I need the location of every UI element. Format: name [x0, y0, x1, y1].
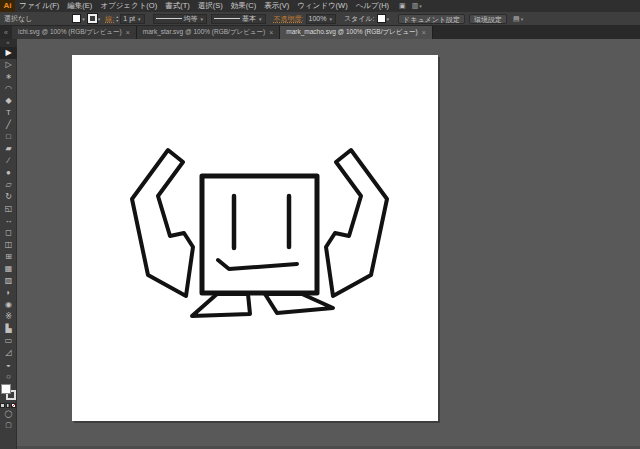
tool-blend[interactable]: ◉: [0, 299, 17, 311]
profile-caret-icon[interactable]: ▾: [201, 16, 204, 22]
control-extra-caret-icon[interactable]: ▾: [521, 16, 524, 22]
tool-gradient[interactable]: ▨: [0, 275, 17, 287]
tool-blob-brush[interactable]: ●: [0, 167, 17, 179]
tool-free-transform[interactable]: ◻: [0, 227, 17, 239]
tool-rotate[interactable]: ↻: [0, 191, 17, 203]
menu-edit[interactable]: 編集(E): [63, 0, 96, 12]
tab-mark-macho[interactable]: mark_macho.svg @ 100% (RGB/プレビュー) ×: [280, 26, 433, 39]
figure-left-arm: [132, 150, 193, 296]
menu-window[interactable]: ウィンドウ(W): [293, 0, 351, 12]
style-caret-icon[interactable]: ▾: [387, 16, 390, 22]
stepper-down-icon[interactable]: ▾: [116, 19, 118, 23]
opacity-dropdown[interactable]: 100% ▾: [306, 14, 336, 24]
brush-dropdown[interactable]: 基本 ▾: [211, 14, 266, 24]
tool-selection[interactable]: ▶: [0, 47, 17, 59]
stroke-panel-link[interactable]: 線:: [105, 14, 114, 24]
illustrator-window: Ai ファイル(F) 編集(E) オブジェクト(O) 書式(T) 選択(S) 効…: [0, 0, 640, 449]
drawing-mode-icon[interactable]: ◯: [0, 408, 17, 419]
brush-value: 基本: [242, 14, 256, 24]
menu-type[interactable]: 書式(T): [161, 0, 194, 12]
tool-lasso[interactable]: ◠: [0, 83, 17, 95]
brush-caret-icon[interactable]: ▾: [259, 16, 262, 22]
figure-mouth: [218, 260, 297, 269]
tab-title: ichi.svg @ 100% (RGB/プレビュー): [18, 28, 122, 37]
control-extra-icon[interactable]: ▤: [513, 13, 520, 25]
tool-eyedropper[interactable]: ◗: [0, 287, 17, 299]
preferences-button[interactable]: 環境設定: [469, 14, 507, 24]
fill-caret-icon[interactable]: ▾: [82, 16, 85, 22]
stroke-caret-icon[interactable]: ▾: [98, 16, 101, 22]
tool-line-segment[interactable]: ╱: [0, 119, 17, 131]
screen-mode-icon[interactable]: ▢: [0, 419, 17, 430]
figure-left-leg: [192, 294, 250, 316]
selection-status: 選択なし: [4, 14, 32, 24]
artboard[interactable]: [72, 55, 438, 421]
pasteboard[interactable]: [17, 39, 640, 449]
stroke-width-dropdown[interactable]: 1 pt ▾: [120, 14, 144, 24]
width-profile-dropdown[interactable]: 均等 ▾: [153, 14, 208, 24]
tool-paintbrush[interactable]: ▰: [0, 143, 17, 155]
fill-color-swatch[interactable]: [72, 14, 81, 23]
menu-file[interactable]: ファイル(F): [15, 0, 63, 12]
document-setup-button[interactable]: ドキュメント設定: [398, 14, 465, 24]
opacity-caret-icon[interactable]: ▾: [329, 16, 332, 22]
tab-overflow-icon[interactable]: «: [0, 26, 12, 39]
stroke-width-stepper[interactable]: ▴ ▾: [116, 15, 118, 22]
menu-select[interactable]: 選択(S): [194, 0, 227, 12]
tools-panel: « ▶▷∗◠◆T╱□▰∕●▱↻◱↔◻◫⊞▦▨◗◉※▙▭◿◒○ ◯ ▢: [0, 39, 17, 449]
opacity-panel-link[interactable]: 不透明度:: [274, 14, 304, 24]
tool-pencil[interactable]: ∕: [0, 155, 17, 167]
figure-right-arm: [326, 150, 387, 296]
toolbar-collapse-icon[interactable]: «: [0, 39, 16, 47]
tab-close-icon[interactable]: ×: [126, 29, 130, 36]
color-wells: [0, 384, 17, 402]
tool-scale[interactable]: ◱: [0, 203, 17, 215]
control-bar: 選択なし ▾ ▾ 線: ▴ ▾ 1 pt ▾ 均等 ▾ 基本 ▾ 不透明度: 1…: [0, 12, 640, 26]
color-button[interactable]: [0, 403, 5, 408]
opacity-value: 100%: [309, 15, 327, 22]
tool-mesh[interactable]: ▦: [0, 263, 17, 275]
tool-symbol-sprayer[interactable]: ※: [0, 311, 17, 323]
stroke-width-caret-icon[interactable]: ▾: [138, 16, 141, 22]
stroke-color-swatch[interactable]: [88, 14, 97, 23]
menu-object[interactable]: オブジェクト(O): [96, 0, 161, 12]
document-tab-bar: « ichi.svg @ 100% (RGB/プレビュー) × mark_sta…: [0, 26, 640, 39]
fill-well[interactable]: [1, 384, 11, 394]
tool-hand[interactable]: ◒: [0, 359, 17, 371]
tab-close-icon[interactable]: ×: [269, 29, 273, 36]
tool-zoom[interactable]: ○: [0, 371, 17, 383]
tool-shape-builder[interactable]: ◫: [0, 239, 17, 251]
tab-close-icon[interactable]: ×: [422, 29, 426, 36]
tool-column-graph[interactable]: ▙: [0, 323, 17, 335]
figure-right-leg: [265, 294, 333, 313]
app-logo: Ai: [0, 0, 15, 12]
workspace-caret-icon[interactable]: ▾: [419, 3, 422, 9]
tool-perspective-grid[interactable]: ⊞: [0, 251, 17, 263]
menu-effect[interactable]: 効果(C): [227, 0, 260, 12]
figure-head: [202, 176, 317, 293]
tool-eraser[interactable]: ▱: [0, 179, 17, 191]
figure-svg: [72, 55, 438, 421]
tool-rectangle[interactable]: □: [0, 131, 17, 143]
tool-width-tool[interactable]: ↔: [0, 215, 17, 227]
tool-magic-wand[interactable]: ∗: [0, 71, 17, 83]
tool-pen[interactable]: ◆: [0, 95, 17, 107]
tab-title: mark_macho.svg @ 100% (RGB/プレビュー): [286, 28, 417, 37]
profile-line-preview: [156, 18, 182, 19]
tool-slice[interactable]: ◿: [0, 347, 17, 359]
profile-value: 均等: [184, 14, 198, 24]
style-swatch[interactable]: [377, 14, 386, 23]
menu-help[interactable]: ヘルプ(H): [352, 0, 393, 12]
tab-mark-star[interactable]: mark_star.svg @ 100% (RGB/プレビュー) ×: [137, 26, 281, 39]
tab-ichi[interactable]: ichi.svg @ 100% (RGB/プレビュー) ×: [12, 26, 137, 39]
tool-direct-selection[interactable]: ▷: [0, 59, 17, 71]
toolbar-tools: ▶▷∗◠◆T╱□▰∕●▱↻◱↔◻◫⊞▦▨◗◉※▙▭◿◒○: [0, 47, 16, 383]
menu-view[interactable]: 表示(V): [260, 0, 293, 12]
style-label: スタイル:: [344, 14, 375, 24]
workspace-switcher-icon[interactable]: ▥: [412, 0, 419, 12]
tab-title: mark_star.svg @ 100% (RGB/プレビュー): [143, 28, 265, 37]
menu-bar: Ai ファイル(F) 編集(E) オブジェクト(O) 書式(T) 選択(S) 効…: [0, 0, 640, 12]
tool-artboard[interactable]: ▭: [0, 335, 17, 347]
arrange-documents-icon[interactable]: ▣: [399, 0, 406, 12]
tool-type[interactable]: T: [0, 107, 17, 119]
